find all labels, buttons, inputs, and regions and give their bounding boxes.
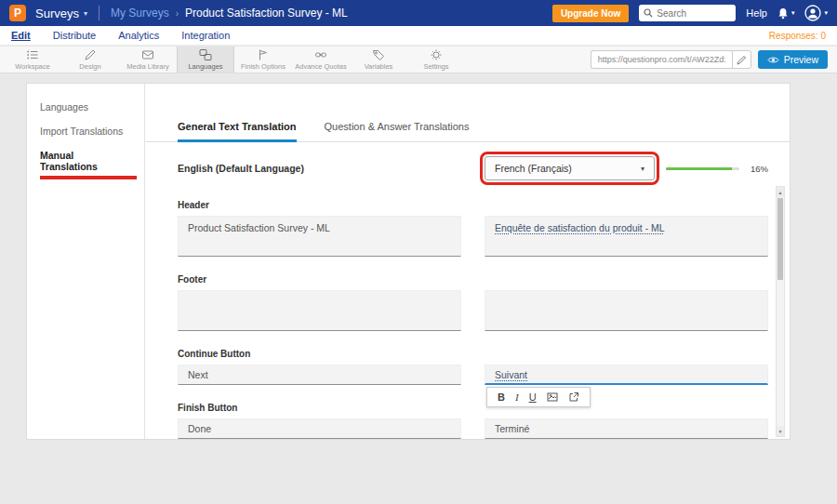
sidebar-item-import-translations[interactable]: Import Translations bbox=[27, 119, 144, 143]
target-text-value: Enquête de satisfaction du produit - ML bbox=[495, 222, 665, 233]
field-row-header: Header Product Satisfaction Survey - ML … bbox=[178, 200, 768, 257]
target-language-value: French (Français) bbox=[495, 163, 572, 174]
search-icon bbox=[644, 8, 653, 18]
toolbar-item-design[interactable]: Design bbox=[61, 46, 119, 73]
notifications-menu[interactable]: ▾ bbox=[777, 7, 795, 20]
source-language-label: English (Default Language) bbox=[178, 163, 461, 174]
surveys-menu[interactable]: Surveys ▾ bbox=[35, 7, 87, 20]
field-label-footer: Footer bbox=[178, 274, 768, 285]
primary-nav: Edit Distribute Analytics Integration Re… bbox=[0, 26, 837, 46]
design-icon bbox=[84, 48, 97, 61]
target-text-value: Terminé bbox=[495, 423, 529, 434]
variables-icon bbox=[372, 48, 385, 61]
toolbar-item-finish-options[interactable]: Finish Options bbox=[234, 46, 292, 73]
translations-sidebar: Languages Import Translations Manual Tra… bbox=[27, 84, 145, 439]
source-text-header[interactable]: Product Satisfaction Survey - ML bbox=[178, 216, 461, 257]
help-link[interactable]: Help bbox=[746, 7, 767, 19]
target-text-header[interactable]: Enquête de satisfaction du produit - ML bbox=[485, 216, 768, 257]
field-row-continue-button: Continue Button Next Suivant B I U bbox=[178, 349, 768, 385]
surveys-menu-label: Surveys bbox=[35, 7, 79, 20]
bold-button[interactable]: B bbox=[498, 391, 505, 403]
target-text-value: Suivant bbox=[495, 369, 527, 380]
breadcrumb-my-surveys[interactable]: My Surveys bbox=[111, 7, 169, 20]
breadcrumb: My Surveys › Product Satisfaction Survey… bbox=[111, 7, 348, 20]
translation-main: General Text Translation Question & Answ… bbox=[145, 84, 790, 439]
source-text-finish-button[interactable]: Done bbox=[178, 418, 461, 439]
survey-url-group bbox=[591, 50, 751, 69]
toolbar-item-label: Workspace bbox=[15, 62, 49, 71]
toolbar-item-label: Settings bbox=[423, 62, 448, 71]
toolbar-item-advance-quotas[interactable]: Advance Quotas bbox=[292, 46, 350, 73]
preview-button[interactable]: Preview bbox=[758, 50, 828, 69]
avatar bbox=[804, 5, 821, 21]
target-text-footer[interactable] bbox=[485, 290, 768, 331]
target-language-dropdown[interactable]: French (Français) ▾ bbox=[485, 156, 655, 180]
external-link-button[interactable] bbox=[568, 391, 579, 403]
italic-button[interactable]: I bbox=[515, 391, 519, 403]
breadcrumb-separator: › bbox=[176, 8, 179, 19]
field-row-finish-button: Finish Button Done Terminé bbox=[178, 403, 768, 439]
toolbar-item-label: Design bbox=[79, 62, 100, 71]
toolbar-item-label: Finish Options bbox=[241, 62, 286, 71]
edit-toolbar: Workspace Design Media Library Languages… bbox=[0, 46, 837, 73]
chevron-down-icon: ▾ bbox=[641, 165, 644, 173]
survey-url-input[interactable] bbox=[591, 50, 732, 69]
language-selection-row: English (Default Language) French (Franç… bbox=[178, 152, 768, 185]
toolbar-item-label: Variables bbox=[365, 62, 393, 71]
global-search bbox=[639, 5, 736, 21]
translation-progress-bar bbox=[666, 167, 739, 170]
pencil-icon bbox=[737, 55, 747, 65]
responses-count[interactable]: Responses: 0 bbox=[769, 31, 826, 41]
tab-question-answer-translations[interactable]: Question & Answer Translations bbox=[325, 121, 470, 141]
content-area: Languages Import Translations Manual Tra… bbox=[0, 73, 837, 504]
insert-image-button[interactable] bbox=[547, 391, 558, 403]
languages-icon bbox=[199, 48, 212, 61]
tab-edit[interactable]: Edit bbox=[11, 30, 31, 41]
sidebar-item-languages[interactable]: Languages bbox=[27, 95, 144, 119]
translations-panel: Languages Import Translations Manual Tra… bbox=[26, 83, 790, 440]
source-text-value: Done bbox=[188, 423, 211, 434]
source-text-value: Next bbox=[188, 369, 208, 380]
account-menu[interactable]: ▾ bbox=[804, 5, 828, 21]
vertical-scrollbar[interactable]: ▲ ▼ bbox=[776, 186, 785, 437]
top-bar: P Surveys ▾ My Surveys › Product Satisfa… bbox=[0, 0, 837, 26]
field-label-continue-button: Continue Button bbox=[178, 349, 768, 359]
eye-icon bbox=[767, 56, 779, 64]
advance-quotas-icon bbox=[314, 48, 327, 61]
target-text-finish-button[interactable]: Terminé bbox=[485, 418, 768, 439]
toolbar-item-label: Media Library bbox=[126, 62, 168, 71]
toolbar-item-variables[interactable]: Variables bbox=[350, 46, 407, 73]
scroll-down-button[interactable]: ▼ bbox=[777, 426, 784, 436]
edit-url-button[interactable] bbox=[732, 50, 751, 69]
scrollbar-thumb[interactable] bbox=[777, 198, 783, 280]
source-text-continue-button[interactable]: Next bbox=[178, 365, 461, 385]
underline-button[interactable]: U bbox=[529, 391, 537, 403]
translation-progress-percent: 16% bbox=[751, 164, 768, 174]
toolbar-item-workspace[interactable]: Workspace bbox=[4, 46, 61, 73]
questionpro-logo[interactable]: P bbox=[9, 5, 26, 21]
sidebar-item-manual-translations[interactable]: Manual Translations bbox=[27, 143, 144, 186]
format-toolbar: B I U bbox=[486, 387, 591, 407]
chevron-down-icon: ▾ bbox=[791, 9, 795, 17]
field-row-footer: Footer bbox=[178, 274, 768, 331]
toolbar-item-media-library[interactable]: Media Library bbox=[119, 46, 177, 73]
chevron-down-icon: ▾ bbox=[824, 9, 828, 17]
source-text-value: Product Satisfaction Survey - ML bbox=[188, 222, 330, 233]
source-text-footer[interactable] bbox=[178, 290, 461, 331]
breadcrumb-survey-title: Product Satisfaction Survey - ML bbox=[185, 7, 348, 20]
tab-general-text-translation[interactable]: General Text Translation bbox=[178, 121, 297, 142]
search-input[interactable] bbox=[657, 8, 729, 19]
target-text-continue-button[interactable]: Suivant bbox=[485, 365, 768, 385]
toolbar-item-settings[interactable]: Settings bbox=[407, 46, 465, 73]
scroll-up-button[interactable]: ▲ bbox=[777, 187, 784, 197]
settings-gear-icon bbox=[430, 48, 443, 61]
tab-analytics[interactable]: Analytics bbox=[118, 30, 159, 41]
translation-tabs: General Text Translation Question & Answ… bbox=[145, 121, 790, 142]
upgrade-now-button[interactable]: Upgrade Now bbox=[552, 5, 629, 22]
translation-fields: Header Product Satisfaction Survey - ML … bbox=[178, 200, 768, 440]
toolbar-item-languages[interactable]: Languages bbox=[177, 46, 234, 73]
tab-distribute[interactable]: Distribute bbox=[53, 30, 96, 41]
chevron-down-icon: ▾ bbox=[84, 9, 87, 18]
tab-integration[interactable]: Integration bbox=[181, 30, 230, 41]
finish-options-icon bbox=[257, 48, 270, 61]
